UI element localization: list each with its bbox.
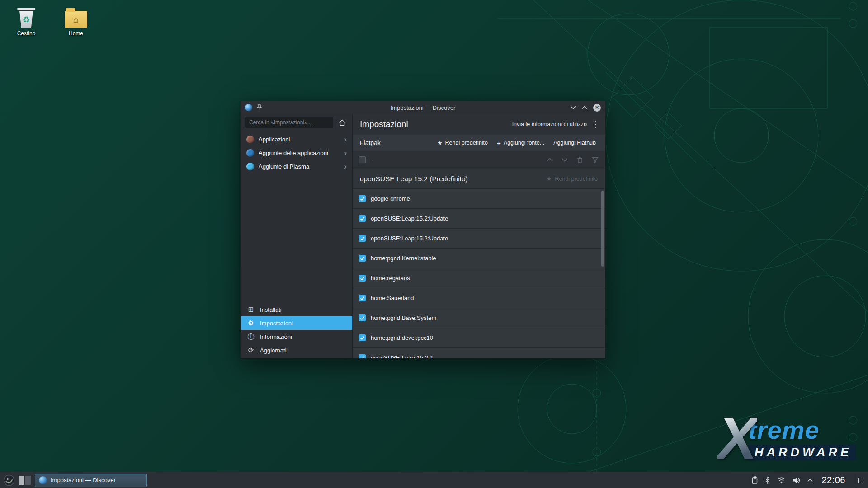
nav-item-icon: ⟳ — [247, 346, 255, 354]
home-button[interactable] — [336, 117, 348, 128]
repo-checkbox[interactable] — [359, 255, 366, 262]
category-icon — [246, 163, 254, 170]
search-input[interactable] — [245, 117, 333, 128]
section-title: openSUSE Leap 15.2 (Predefinito) — [360, 175, 468, 183]
desktop-icon-trash[interactable]: ♻ Cestino — [5, 5, 48, 37]
show-desktop-button[interactable] — [856, 474, 865, 487]
titlebar[interactable]: Impostazioni — Discover × — [241, 101, 605, 114]
add-source-button[interactable]: + Aggiungi fonte... — [492, 137, 549, 149]
select-all-checkbox[interactable] — [359, 156, 366, 163]
scrollbar-thumb[interactable] — [601, 191, 604, 267]
repo-checkbox[interactable] — [359, 334, 366, 341]
xtreme-hardware-logo: X treme HARDWARE — [717, 414, 856, 463]
logo-treme: treme — [748, 418, 856, 443]
logo-x: X — [717, 414, 757, 463]
flatpak-label: Flatpak — [360, 139, 381, 146]
sidebar-category-item[interactable]: Applicazioni › — [241, 132, 352, 146]
delete-icon[interactable] — [576, 156, 583, 164]
taskbar: Impostazioni — Discover 22:06 — [0, 472, 868, 488]
star-icon: ★ — [547, 175, 552, 182]
send-usage-info-link[interactable]: Invia le informazioni di utilizzo — [512, 121, 587, 127]
move-up-icon[interactable] — [547, 158, 553, 162]
chevron-right-icon: › — [344, 163, 347, 170]
move-down-icon[interactable] — [561, 158, 568, 162]
wifi-icon[interactable] — [777, 477, 786, 483]
repo-checkbox[interactable] — [359, 275, 366, 282]
page-title: Impostazioni — [360, 119, 408, 129]
sidebar-nav-item[interactable]: ⓘ Informazioni — [241, 330, 352, 343]
desktop-icon-label: Home — [54, 30, 98, 37]
desktop-icon-home[interactable]: ⌂ Home — [54, 5, 98, 37]
repo-checkbox[interactable] — [359, 295, 366, 301]
repo-row[interactable]: openSUSE:Leap:15.2:Update — [353, 229, 605, 249]
volume-icon[interactable] — [793, 477, 801, 484]
filter-funnel-icon[interactable] — [592, 157, 599, 163]
star-icon: ★ — [437, 140, 443, 146]
chevron-right-icon: › — [344, 149, 347, 157]
make-default-button[interactable]: ★ Rendi predefinito — [433, 137, 492, 149]
sidebar-nav-item[interactable]: ⊞ Installati — [241, 303, 352, 316]
discover-app-icon — [245, 104, 252, 111]
app-launcher-button[interactable] — [1, 473, 17, 488]
category-icon — [246, 136, 254, 143]
repo-checkbox[interactable] — [359, 195, 366, 202]
repo-checkbox[interactable] — [359, 314, 366, 321]
repo-row[interactable]: home:pgnd:Base:System — [353, 308, 605, 328]
minimize-button[interactable] — [571, 106, 576, 109]
flatpak-section-header: Flatpak ★ Rendi predefinito + Aggiungi f… — [353, 135, 605, 151]
plus-icon: + — [497, 140, 501, 146]
list-filter-row: - — [353, 151, 605, 169]
trash-icon: ♻ — [5, 5, 48, 28]
sidebar-category-item[interactable]: Aggiunte delle applicazioni › — [241, 146, 352, 160]
launcher-icon — [3, 474, 15, 486]
category-list: Applicazioni › Aggiunte delle applicazio… — [241, 131, 352, 173]
desktop-icon-label: Cestino — [5, 30, 48, 37]
pager-widget[interactable] — [18, 474, 32, 486]
clipboard-icon[interactable] — [751, 476, 758, 484]
discover-window: Impostazioni — Discover × — [241, 101, 605, 358]
make-default-disabled-button: ★ Rendi predefinito — [547, 175, 598, 182]
overflow-menu-icon[interactable] — [594, 119, 598, 130]
nav-item-icon: ⓘ — [247, 333, 255, 341]
sidebar: Applicazioni › Aggiunte delle applicazio… — [241, 114, 353, 358]
recycle-icon: ♻ — [22, 14, 30, 25]
repo-row[interactable]: home:regataos — [353, 268, 605, 288]
filter-label: - — [370, 156, 372, 163]
scrollbar[interactable] — [601, 191, 604, 362]
bluetooth-icon[interactable] — [765, 476, 770, 484]
repo-row[interactable]: home:pgnd:Kernel:stable — [353, 249, 605, 268]
repo-row[interactable]: google-chrome — [353, 189, 605, 209]
sidebar-category-item[interactable]: Aggiunte di Plasma › — [241, 160, 352, 173]
repo-row[interactable]: openSUSE-Leap-15.2-1 — [353, 348, 605, 358]
repo-checkbox[interactable] — [359, 215, 366, 222]
repo-section-header: openSUSE Leap 15.2 (Predefinito) ★ Rendi… — [353, 169, 605, 189]
repo-row[interactable]: home:pgnd:devel:gcc10 — [353, 328, 605, 348]
nav-item-icon: ⚙ — [247, 319, 255, 327]
repo-row[interactable]: openSUSE:Leap:15.2:Update — [353, 209, 605, 229]
pin-icon[interactable] — [256, 104, 262, 111]
add-flathub-button[interactable]: Aggiungi Flathub — [549, 137, 600, 149]
category-icon — [246, 149, 254, 157]
repo-checkbox[interactable] — [359, 354, 366, 358]
maximize-button[interactable] — [582, 106, 587, 109]
clock[interactable]: 22:06 — [821, 475, 845, 485]
repo-list: google-chrome openSUSE:Leap:15.2:Update — [353, 189, 605, 358]
house-icon: ⌂ — [73, 14, 79, 25]
repo-checkbox[interactable] — [359, 235, 366, 242]
window-title: Impostazioni — Discover — [241, 104, 605, 111]
taskbar-task-discover[interactable]: Impostazioni — Discover — [35, 474, 147, 487]
sidebar-nav: ⊞ Installati ⚙ Impostazioni ⓘ Informazio… — [241, 303, 352, 358]
nav-item-icon: ⊞ — [247, 305, 255, 314]
logo-hardware: HARDWARE — [748, 445, 856, 461]
close-button[interactable]: × — [593, 104, 601, 112]
sidebar-nav-item[interactable]: ⟳ Aggiornati — [241, 343, 352, 357]
folder-icon: ⌂ — [54, 5, 98, 28]
sidebar-nav-item[interactable]: ⚙ Impostazioni — [241, 316, 352, 330]
repo-row[interactable]: home:Sauerland — [353, 288, 605, 308]
tray-expander-icon[interactable] — [807, 479, 813, 482]
discover-app-icon — [39, 476, 47, 484]
chevron-right-icon: › — [344, 136, 347, 143]
settings-pane: Impostazioni Invia le informazioni di ut… — [353, 114, 605, 358]
